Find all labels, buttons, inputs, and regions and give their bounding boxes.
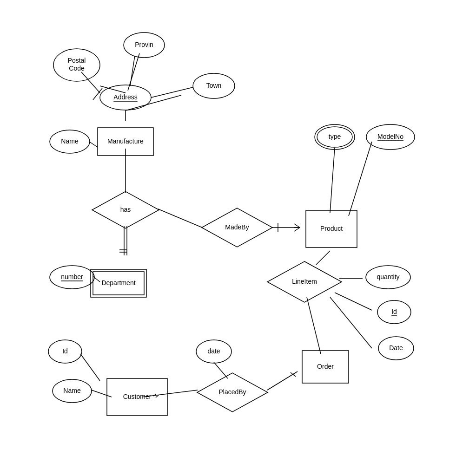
er-diagram (0, 0, 476, 456)
